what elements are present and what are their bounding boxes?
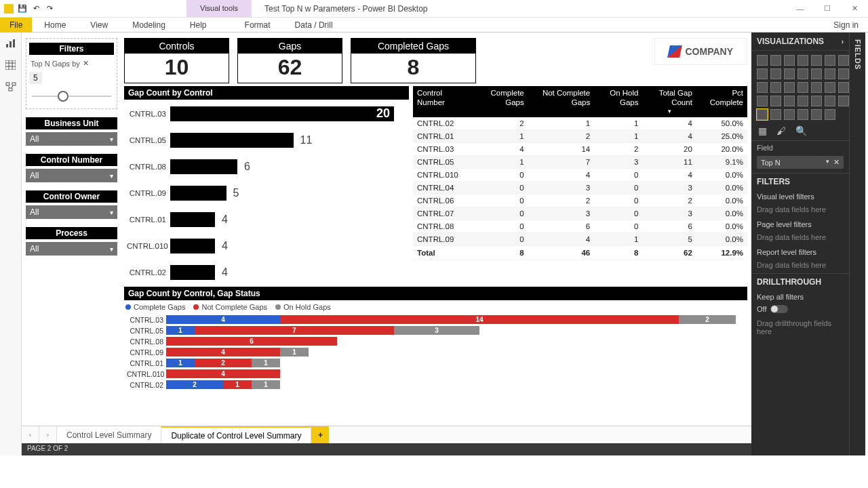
vlf-drop-zone[interactable]: Drag data fields here — [751, 203, 849, 218]
logo-text: COMPANY — [685, 46, 733, 57]
ribbon-tabs: File Home View Modeling Help Format Data… — [0, 18, 868, 33]
control-owner-title: Control Owner — [26, 190, 117, 203]
slider-thumb[interactable] — [58, 91, 68, 102]
tab-view[interactable]: View — [78, 20, 120, 30]
svg-line-12 — [11, 85, 14, 88]
topn-value-input[interactable]: 5 — [29, 72, 42, 84]
visual-gallery[interactable] — [751, 51, 849, 123]
tab-modeling[interactable]: Modeling — [120, 20, 178, 30]
tab-home[interactable]: Home — [32, 20, 78, 30]
tab-help[interactable]: Help — [178, 20, 219, 30]
plf-drop-zone[interactable]: Drag data fields here — [751, 231, 849, 245]
rlf-drop-zone[interactable]: Drag data fields here — [751, 259, 849, 273]
tab-data-drill[interactable]: Data / Drill — [283, 20, 345, 30]
maximize-button[interactable]: ☐ — [814, 0, 841, 18]
report-level-filters[interactable]: Report level filters — [751, 245, 849, 259]
visual-tools-tab: Visual tools — [186, 0, 252, 17]
kpi-completed-gaps[interactable]: Completed Gaps 8 — [351, 38, 476, 83]
control-owner-dropdown[interactable]: All▾ — [26, 205, 117, 219]
app-icon — [4, 4, 14, 14]
quick-access-toolbar: 💾 ↶ ↷ — [0, 4, 54, 14]
svg-rect-1 — [9, 41, 12, 47]
remove-field-icon[interactable]: ✕ — [833, 158, 840, 167]
close-button[interactable]: ✕ — [841, 0, 868, 18]
view-rail — [0, 33, 22, 455]
filters-section-title: FILTERS — [751, 173, 849, 190]
fields-rail-label: FIELDS — [854, 39, 862, 70]
filters-header: Filters — [29, 43, 114, 55]
fields-well-icon[interactable]: ▦ — [758, 125, 767, 136]
kpi-completed-value: 8 — [351, 54, 475, 83]
control-number-title: Control Number — [26, 154, 117, 166]
control-number-dropdown[interactable]: All▾ — [26, 169, 117, 182]
process-dropdown[interactable]: All▾ — [26, 242, 117, 256]
tab-control-level-summary[interactable]: Control Level Summary — [57, 426, 161, 443]
tab-format[interactable]: Format — [233, 20, 283, 30]
topn-slider[interactable] — [29, 88, 114, 104]
visual-level-filters[interactable]: Visual level filters — [751, 190, 849, 203]
document-title: Test Top N w Parameters - Power BI Deskt… — [264, 4, 428, 14]
visualizations-pane: VISUALIZATIONS› ▦ 🖌 🔍 Field Top N ▾✕ FIL… — [751, 33, 849, 455]
control-owner-slicer: Control Owner All▾ — [26, 190, 117, 219]
minimize-button[interactable]: — — [787, 0, 814, 18]
svg-rect-3 — [5, 60, 16, 70]
svg-line-11 — [7, 85, 10, 88]
kpi-completed-label: Completed Gaps — [351, 39, 475, 54]
undo-icon[interactable]: ↶ — [31, 4, 41, 14]
business-unit-dropdown[interactable]: All▾ — [26, 132, 117, 146]
svg-rect-10 — [9, 88, 12, 91]
title-bar: 💾 ↶ ↷ Visual tools Test Top N w Paramete… — [0, 0, 868, 18]
kpi-gaps-label: Gaps — [238, 39, 342, 54]
page-level-filters[interactable]: Page level filters — [751, 218, 849, 231]
gap-count-stacked-chart[interactable]: Gap Count by Control, Gap Status Complet… — [124, 287, 747, 392]
file-tab[interactable]: File — [0, 18, 32, 33]
field-well-label: Field — [751, 140, 849, 155]
collapse-icon[interactable]: › — [842, 38, 844, 45]
keep-filters-toggle[interactable] — [770, 305, 788, 313]
add-page-button[interactable]: + — [311, 426, 329, 443]
model-view-icon[interactable] — [4, 80, 18, 94]
fields-pane-collapsed[interactable]: FIELDS — [849, 33, 865, 455]
kpi-row: Controls 10 Gaps 62 Completed Gaps 8 COM… — [124, 38, 747, 83]
clear-slicer-icon[interactable]: ✕ — [83, 59, 89, 68]
kpi-controls[interactable]: Controls 10 — [124, 38, 229, 83]
toggle-off-label: Off — [757, 305, 766, 313]
chevron-down-icon[interactable]: ▾ — [826, 158, 829, 167]
svg-rect-0 — [6, 44, 8, 47]
business-unit-title: Business Unit — [26, 117, 117, 129]
topn-slicer[interactable]: Filters Top N Gaps by ✕ 5 — [26, 38, 117, 109]
drillthrough-drop-zone[interactable]: Drag drillthrough fields here — [751, 317, 849, 340]
bar-chart-title: Gap Count by Control — [124, 86, 409, 100]
business-unit-slicer: Business Unit All▾ — [26, 117, 117, 146]
stack-chart-title: Gap Count by Control, Gap Status — [124, 287, 747, 300]
chevron-down-icon: ▾ — [110, 209, 113, 216]
save-icon[interactable]: 💾 — [18, 4, 27, 14]
visualizations-title: VISUALIZATIONS — [757, 37, 824, 46]
format-icon[interactable]: 🖌 — [776, 125, 786, 136]
company-logo: COMPANY — [654, 38, 747, 65]
chevron-down-icon: ▾ — [110, 172, 113, 180]
gap-count-bar-chart[interactable]: Gap Count by Control CNTRL.0320CNTRL.051… — [124, 86, 409, 284]
process-slicer: Process All▾ — [26, 227, 117, 256]
logo-icon — [668, 45, 683, 58]
report-view-icon[interactable] — [4, 37, 18, 50]
sign-in-link[interactable]: Sign in — [833, 20, 868, 30]
kpi-gaps[interactable]: Gaps 62 — [237, 38, 342, 83]
field-chip-topn[interactable]: Top N ▾✕ — [757, 156, 844, 169]
chevron-down-icon: ▾ — [110, 136, 113, 143]
next-page-button[interactable]: › — [39, 426, 57, 443]
gap-detail-table[interactable]: Control NumberComplete GapsNot Complete … — [413, 86, 747, 284]
data-view-icon[interactable] — [4, 58, 18, 72]
keep-all-filters-label: Keep all filters — [751, 290, 849, 304]
topn-slicer-label: Top N Gaps by — [31, 60, 80, 68]
tab-duplicate-summary[interactable]: Duplicate of Control Level Summary — [161, 426, 311, 443]
analytics-icon[interactable]: 🔍 — [795, 125, 807, 136]
prev-page-button[interactable]: ‹ — [22, 426, 39, 443]
right-panes: VISUALIZATIONS› ▦ 🖌 🔍 Field Top N ▾✕ FIL… — [751, 33, 868, 455]
svg-rect-2 — [13, 39, 15, 47]
slicer-column: Filters Top N Gaps by ✕ 5 Business Unit … — [26, 38, 117, 423]
svg-rect-9 — [12, 83, 16, 85]
stack-legend: Complete Gaps Not Complete Gaps On Hold … — [124, 300, 747, 314]
kpi-controls-label: Controls — [125, 39, 229, 54]
redo-icon[interactable]: ↷ — [45, 4, 54, 14]
